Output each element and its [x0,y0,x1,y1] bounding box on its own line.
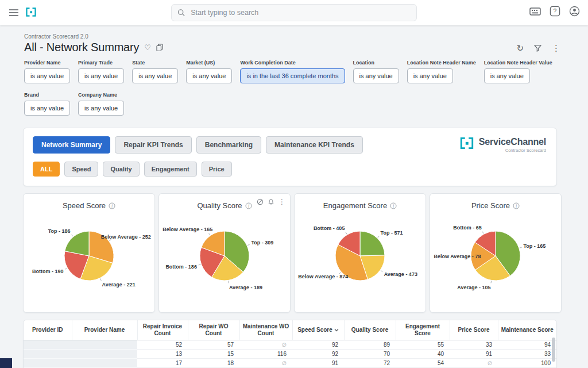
table-scrollbar[interactable] [552,338,555,362]
column-header-maintenance-score[interactable]: Maintenance Score [498,320,556,340]
pie-label: Below Average - 252 [101,234,151,240]
pie-chart[interactable]: Top - 571Average - 473Below Average - 87… [295,211,425,298]
favorite-heart-icon[interactable]: ♡ [144,44,151,51]
account-icon[interactable] [569,6,580,17]
pie-label: Average - 189 [229,285,262,290]
pie-chart[interactable]: Below Average - 252Average - 221Bottom -… [24,211,154,298]
table-cell: 92 [292,350,344,359]
table-cell [72,340,137,350]
chart-title: Quality Score [197,201,242,210]
pill-all[interactable]: ALL [33,162,60,177]
filter-value-dropdown[interactable]: is any value [132,68,178,83]
filter-work-completion-date: Work Completion Dateis in the last 36 co… [240,60,345,83]
filter-value-dropdown[interactable]: is any value [78,68,124,83]
filter-location-note-header-value: Location Note Header Valueis any value [484,60,552,83]
pie-chart[interactable]: Top - 165Average - 105Below Average - 78… [430,211,561,298]
column-header-repair-invoice-count[interactable]: Repair Invoice Count [137,320,188,340]
chart-title-row: Price Scorei [430,194,561,210]
filter-value-dropdown[interactable]: is any value [407,68,453,83]
filter-brand: Brandis any value [24,92,70,116]
filter-market-us: Market (US)is any value [186,60,232,83]
chart-title-row: Engagement Scorei [295,194,425,210]
page-title: All - Network Summary [24,41,139,54]
search-input[interactable] [189,8,411,17]
pie-label: Average - 221 [102,282,136,288]
pill-price[interactable]: Price [202,162,232,177]
table-cell: 33 [450,340,498,350]
tile-actions: ⋮ [257,198,285,205]
table-row: 5257∅9289553394 [24,340,556,350]
filter-value-dropdown[interactable]: is any value [353,68,399,83]
filter-state: Stateis any value [132,60,178,83]
copy-icon[interactable] [156,44,163,51]
circle-slash-icon[interactable] [257,198,264,205]
bell-icon[interactable] [268,198,274,205]
pie-label: Below Average - 78 [434,254,481,259]
table-row: 1718∅917254∅100 [24,359,556,368]
table-cell: 55 [396,340,450,350]
filter-label: Location Note Header Value [484,60,552,66]
pill-quality[interactable]: Quality [103,162,139,177]
scores-table: Provider IDProvider NameRepair Invoice C… [24,320,556,368]
pie-label: Bottom - 186 [165,264,197,270]
pie-chart[interactable]: Top - 309Average - 189Bottom - 186Below … [159,211,290,298]
tab-network-summary[interactable]: Network Summary [33,136,110,154]
pill-speed[interactable]: Speed [64,162,98,177]
pie-label: Below Average - 165 [163,227,212,232]
column-header-engagement-score[interactable]: Engagement Score [396,320,450,340]
chart-title: Engagement Score [323,201,387,210]
table-cell [72,350,137,359]
table-cell: ∅ [239,359,292,368]
table-cell: 54 [396,359,450,368]
table-cell: 100 [498,359,556,368]
filter-location: Locationis any value [353,60,399,83]
column-header-provider-name[interactable]: Provider Name [72,320,137,340]
table-cell: 17 [137,359,188,368]
column-header-price-score[interactable]: Price Score [450,320,498,340]
filter-value-dropdown[interactable]: is any value [186,68,232,83]
table-cell [24,350,72,359]
filter-label: State [132,60,178,66]
brand-block: ServiceChannel Contractor Scorecard [459,136,546,153]
tab-repair-kpi-trends[interactable]: Repair KPI Trends [115,136,191,154]
table-cell: 91 [450,350,498,359]
column-header-provider-id[interactable]: Provider ID [24,320,72,340]
filter-label: Brand [24,92,70,98]
charts-row: Speed ScoreiBelow Average - 252Average -… [23,193,557,313]
filter-value-dropdown[interactable]: is any value [24,101,70,116]
hamburger-menu-icon[interactable] [8,7,20,18]
filter-label: Company Name [78,92,124,98]
info-icon[interactable]: i [513,202,520,209]
info-icon[interactable]: i [245,202,252,209]
kebab-menu-icon[interactable]: ⋮ [552,44,560,52]
pie-label: Top - 165 [524,243,546,249]
info-icon[interactable]: i [390,202,397,209]
filter-value-dropdown[interactable]: is any value [24,68,70,83]
keyboard-icon[interactable] [529,6,541,17]
filter-icon[interactable] [534,45,541,52]
pill-engagement[interactable]: Engagement [144,162,197,177]
servicechannel-logo-icon [459,136,474,152]
info-icon[interactable]: i [109,202,115,209]
filter-value-dropdown[interactable]: is any value [484,68,530,83]
pie-label: Below Average - 874 [298,274,348,279]
table-cell [24,340,72,350]
filter-value-dropdown[interactable]: is any value [78,101,124,116]
filter-location-note-header-name: Location Note Header Nameis any value [407,60,476,83]
pie-label: Bottom - 65 [453,225,482,231]
column-header-quality-score[interactable]: Quality Score [344,320,396,340]
pie-label: Top - 571 [381,230,403,236]
refresh-icon[interactable]: ↻ [516,44,524,52]
column-header-speed-score[interactable]: Speed Score [292,320,344,340]
pie-label: Top - 186 [48,228,71,234]
table-cell: ∅ [450,359,498,368]
help-icon[interactable]: ? [550,6,560,17]
tab-maintenance-kpi-trends[interactable]: Maintenance KPI Trends [266,136,363,154]
column-header-maintenance-wo-count[interactable]: Maintenance WO Count [239,320,292,340]
kebab-menu-icon[interactable]: ⋮ [278,198,285,205]
chat-widget-button[interactable] [0,358,12,368]
filter-value-dropdown[interactable]: is in the last 36 complete months [240,68,345,83]
column-header-repair-wo-count[interactable]: Repair WO Count [188,320,239,340]
tab-benchmarking[interactable]: Benchmarking [196,136,261,154]
sort-desc-icon [334,327,339,334]
